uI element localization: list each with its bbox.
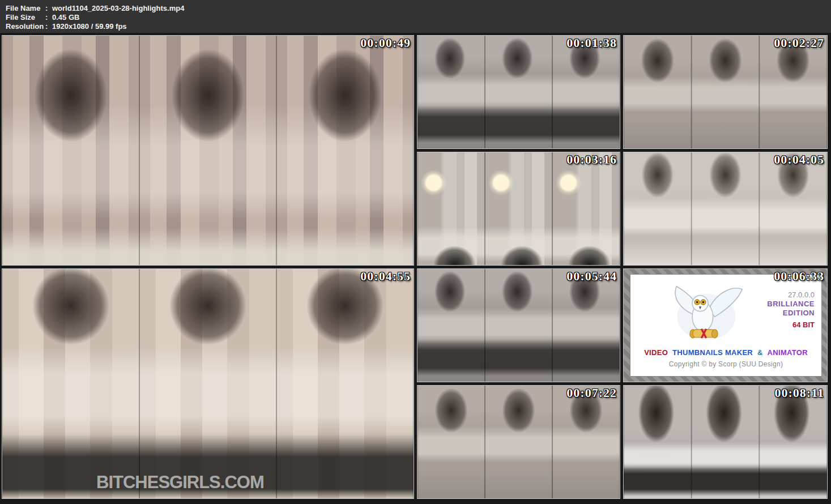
video-thumbnail-5: 00:04:05 bbox=[623, 152, 828, 266]
splash-title-thumbnails-maker: THUMBNAILS MAKER bbox=[672, 348, 753, 357]
video-thumbnail-1: 00:00:49 bbox=[2, 35, 414, 266]
video-thumbnail-10: 00:08:11 bbox=[623, 385, 828, 499]
video-thumbnail-4: 00:03:16 bbox=[417, 152, 620, 266]
timestamp-overlay: 00:06:33 bbox=[774, 269, 824, 284]
timestamp-overlay: 00:03:16 bbox=[566, 152, 617, 167]
splash-copyright: Copyright © by Scorp (SUU Design) bbox=[630, 360, 821, 368]
resolution-label: Resolution bbox=[6, 22, 45, 31]
file-size-colon: : bbox=[45, 13, 52, 22]
file-name-value: world1104_2025-03-28-highlights.mp4 bbox=[52, 4, 184, 12]
file-size-value: 0.45 GB bbox=[52, 13, 79, 22]
splash-title-animator: ANIMATOR bbox=[768, 348, 808, 357]
video-thumbnail-7: 00:05:44 bbox=[417, 268, 620, 382]
timestamp-overlay: 00:00:49 bbox=[360, 36, 411, 50]
splash-version-block: 27.0.0.0 BRILLIANCE EDITION 64 BIT bbox=[767, 291, 815, 330]
thumbnail-grid: 00:00:49 00:01:38 00:02:27 00:03:16 00:0… bbox=[2, 35, 828, 499]
splash-bitness: 64 BIT bbox=[767, 321, 815, 330]
video-thumbnail-6: 00:04:55 BITCHESGIRLS.COM bbox=[2, 268, 414, 499]
timestamp-overlay: 00:01:38 bbox=[566, 36, 617, 50]
splash-edition-line2: EDITION bbox=[767, 309, 815, 318]
video-thumbnail-2: 00:01:38 bbox=[417, 35, 620, 149]
video-thumbnail-9: 00:07:22 bbox=[417, 385, 620, 499]
file-name-row: File Name:world1104_2025-03-28-highlight… bbox=[6, 4, 831, 13]
file-name-colon: : bbox=[45, 4, 52, 13]
splash-app-title: VIDEO THUMBNAILS MAKER & ANIMATOR bbox=[630, 348, 821, 357]
splash-version: 27.0.0.0 bbox=[767, 291, 815, 300]
resolution-row: Resolution:1920x1080 / 59.99 fps bbox=[6, 22, 831, 31]
site-watermark: BITCHESGIRLS.COM bbox=[96, 472, 264, 493]
resolution-value: 1920x1080 / 59.99 fps bbox=[52, 22, 127, 31]
file-size-row: File Size:0.45 GB bbox=[6, 13, 831, 22]
timestamp-overlay: 00:05:44 bbox=[566, 269, 617, 284]
timestamp-overlay: 00:04:55 bbox=[360, 269, 411, 284]
splash-edition-line1: BRILLIANCE bbox=[767, 300, 815, 309]
video-thumbnail-8-splash: 00:06:33 27.0.0.0 BRILLIANCE bbox=[623, 268, 828, 382]
timestamp-overlay: 00:04:05 bbox=[774, 152, 824, 167]
timestamp-overlay: 00:02:27 bbox=[774, 36, 824, 50]
owl-logo-icon bbox=[660, 280, 748, 347]
video-thumbnail-3: 00:02:27 bbox=[623, 35, 828, 149]
timestamp-overlay: 00:08:11 bbox=[775, 386, 824, 400]
file-info-header: File Name:world1104_2025-03-28-highlight… bbox=[0, 0, 831, 33]
splash-title-ampersand: & bbox=[757, 348, 763, 357]
vtm-splash-panel: 27.0.0.0 BRILLIANCE EDITION 64 BIT VIDEO… bbox=[630, 274, 822, 377]
splash-title-video: VIDEO bbox=[644, 348, 668, 357]
file-name-label: File Name bbox=[6, 4, 45, 13]
resolution-colon: : bbox=[45, 22, 52, 31]
timestamp-overlay: 00:07:22 bbox=[566, 386, 617, 400]
file-size-label: File Size bbox=[6, 13, 45, 22]
